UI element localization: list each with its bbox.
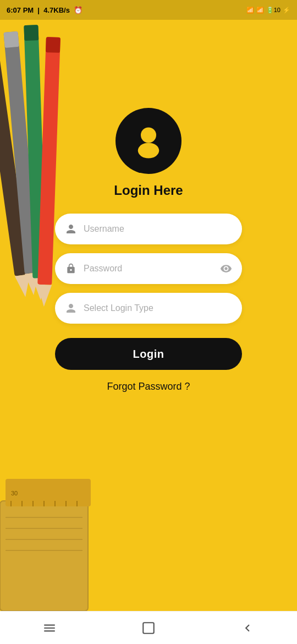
status-time: 6:07 PM | 4.7KB/s ⏰	[7, 6, 82, 14]
bottom-nav	[0, 611, 297, 644]
login-form: Select Login Type Login	[55, 214, 242, 370]
svg-point-28	[138, 143, 160, 159]
status-icons: 📶 📶 🔋10 ⚡	[246, 7, 290, 14]
svg-point-27	[141, 128, 156, 143]
status-bar: 6:07 PM | 4.7KB/s ⏰ 📶 📶 🔋10 ⚡	[0, 0, 297, 20]
username-wrapper	[55, 214, 242, 244]
wifi-icon: 📶	[246, 7, 254, 14]
home-nav-icon[interactable]	[141, 620, 156, 636]
login-type-select[interactable]: Select Login Type	[55, 293, 242, 324]
speed-text: 4.7KB/s	[43, 6, 70, 14]
back-nav-icon[interactable]	[240, 620, 255, 636]
menu-nav-icon[interactable]	[42, 620, 57, 636]
charging-icon: ⚡	[283, 7, 290, 14]
lock-icon	[65, 263, 77, 275]
eye-icon[interactable]	[220, 263, 232, 275]
login-type-icon	[65, 302, 77, 314]
battery-icon: 🔋10	[266, 7, 280, 14]
avatar	[116, 108, 182, 174]
svg-rect-29	[143, 623, 154, 634]
signal-icon: 📶	[256, 7, 264, 14]
login-button[interactable]: Login	[55, 338, 242, 370]
login-type-text: Select Login Type	[84, 303, 232, 313]
username-input[interactable]	[84, 224, 232, 234]
main-content: Login Here	[0, 20, 297, 611]
time-text: 6:07 PM	[7, 6, 34, 14]
password-wrapper	[55, 253, 242, 284]
password-input[interactable]	[84, 264, 213, 274]
forgot-password-link[interactable]: Forgot Password ?	[107, 381, 190, 392]
user-icon	[65, 223, 77, 235]
avatar-icon	[129, 122, 168, 160]
login-title: Login Here	[114, 183, 183, 198]
